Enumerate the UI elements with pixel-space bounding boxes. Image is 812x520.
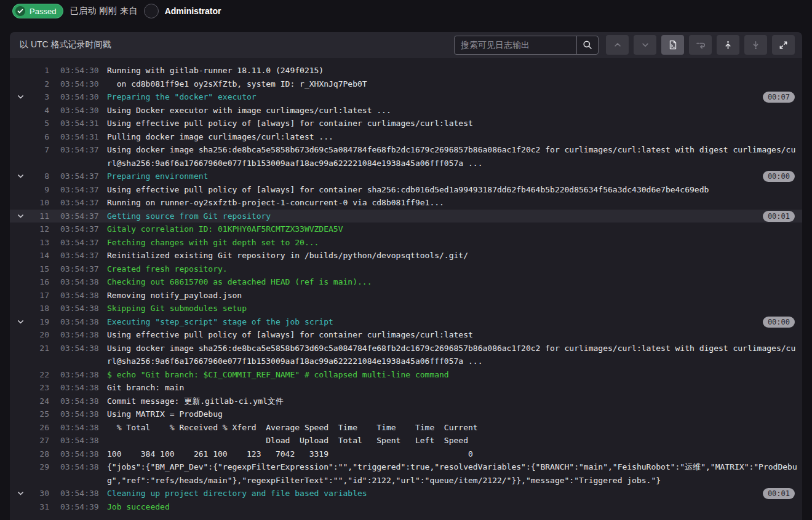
line-number-link[interactable]: 21 — [31, 342, 49, 355]
fullscreen-button[interactable] — [772, 35, 795, 55]
scroll-to-bottom-button[interactable] — [744, 35, 767, 55]
line-number-link[interactable]: 29 — [31, 460, 49, 474]
log-section-header-row[interactable]: 803:54:37Preparing environment00:00 — [10, 170, 802, 183]
log-line-text: Using effective pull policy of [always] … — [107, 183, 797, 197]
chevron-spacer — [10, 368, 31, 371]
timestamp: 03:54:38 — [60, 302, 100, 315]
log-section-header-row[interactable]: 3003:54:38Cleaning up project directory … — [10, 487, 802, 500]
log-output: 103:54:30Running with gitlab-runner 18.1… — [10, 58, 802, 520]
log-section-header-row[interactable]: 1903:54:38Executing "step_script" stage … — [10, 315, 802, 329]
line-number-link[interactable]: 28 — [31, 447, 49, 461]
timestamp: 03:54:37 — [60, 210, 100, 223]
line-number-link[interactable]: 2 — [31, 77, 49, 91]
log-section-header-row[interactable]: 303:54:30Preparing the "docker" executor… — [10, 90, 802, 104]
line-number-link[interactable]: 22 — [31, 368, 49, 382]
chevron-spacer — [10, 143, 31, 146]
avatar[interactable] — [144, 4, 159, 18]
chevron-spacer — [10, 130, 31, 133]
log-header-bar: 以 UTC 格式记录时间戳 — [10, 32, 802, 58]
log-search-input[interactable] — [455, 40, 576, 50]
log-line-text: Removing notify_payload.json — [107, 289, 797, 302]
line-number-link[interactable]: 30 — [31, 487, 49, 500]
log-line-text: Fetching changes with git depth set to 2… — [107, 236, 797, 250]
search-icon — [583, 40, 592, 50]
chevron-spacer — [10, 183, 31, 186]
chevron-spacer — [10, 342, 31, 344]
timestamp: 03:54:31 — [60, 130, 100, 144]
line-number-link[interactable]: 20 — [31, 328, 49, 342]
chevron-up-icon — [613, 41, 622, 49]
log-line: 2703:54:38 Dload Upload Total Spent Left… — [10, 434, 802, 447]
timestamp: 03:54:37 — [60, 183, 100, 197]
chevron-down-icon[interactable] — [10, 315, 31, 326]
log-section-header-row[interactable]: 1103:54:37Getting source from Git reposi… — [10, 210, 802, 223]
chevron-down-icon[interactable] — [10, 170, 31, 180]
line-number-link[interactable]: 13 — [31, 236, 49, 250]
line-number-link[interactable]: 11 — [31, 210, 49, 223]
log-line: 103:54:30Running with gitlab-runner 18.1… — [10, 64, 802, 77]
line-number-link[interactable]: 4 — [31, 104, 49, 117]
line-number-link[interactable]: 8 — [31, 170, 49, 183]
chevron-spacer — [10, 236, 31, 238]
line-number-link[interactable]: 18 — [31, 302, 49, 315]
line-number-link[interactable]: 31 — [31, 500, 49, 514]
chevron-spacer — [10, 64, 31, 66]
search-submit-button[interactable] — [576, 36, 598, 55]
line-number-link[interactable]: 25 — [31, 408, 49, 421]
line-number-link[interactable]: 24 — [31, 395, 49, 408]
scroll-to-top-button[interactable] — [717, 35, 739, 55]
line-number-link[interactable]: 15 — [31, 262, 49, 276]
chevron-spacer — [10, 302, 31, 304]
chevron-down-icon[interactable] — [10, 210, 31, 220]
line-number-link[interactable]: 19 — [31, 315, 49, 329]
log-line-text: {"jobs":{"BM_APP_Dev":{"regexpFilterExpr… — [107, 460, 797, 487]
timestamp: 03:54:38 — [60, 275, 100, 289]
chevron-spacer — [10, 395, 31, 397]
next-match-button[interactable] — [634, 35, 656, 55]
timestamp: 03:54:37 — [60, 196, 100, 210]
log-line-text: Job succeeded — [107, 500, 797, 514]
section-duration-badge: 00:01 — [763, 211, 795, 222]
user-name-link[interactable]: Administrator — [165, 6, 221, 16]
line-number-link[interactable]: 12 — [31, 223, 49, 236]
status-badge-label: Passed — [30, 7, 56, 16]
line-number-link[interactable]: 23 — [31, 381, 49, 395]
line-number-link[interactable]: 7 — [31, 143, 49, 157]
timestamp: 03:54:38 — [60, 408, 100, 421]
log-line: 2203:54:38$ echo "Git branch: $CI_COMMIT… — [10, 368, 802, 382]
chevron-spacer — [10, 408, 31, 410]
timestamp: 03:54:38 — [60, 447, 100, 461]
wrap-lines-button[interactable] — [689, 35, 712, 55]
line-number-link[interactable]: 5 — [31, 117, 49, 130]
line-number-link[interactable]: 27 — [31, 434, 49, 447]
line-number-link[interactable]: 3 — [31, 90, 49, 104]
chevron-down-icon[interactable] — [10, 487, 31, 497]
log-line-text: Reinitialized existing Git repository in… — [107, 249, 797, 262]
status-badge[interactable]: Passed — [12, 4, 63, 18]
log-line: 1203:54:37Gitaly correlation ID: 01KPHY0… — [10, 223, 802, 236]
show-raw-log-button[interactable] — [661, 35, 684, 55]
chevron-spacer — [10, 500, 31, 503]
log-line-text: Using effective pull policy of [always] … — [107, 117, 797, 130]
line-number-link[interactable]: 10 — [31, 196, 49, 210]
line-number-link[interactable]: 1 — [31, 64, 49, 77]
previous-match-button[interactable] — [606, 35, 629, 55]
raw-log-file-icon — [668, 40, 678, 50]
line-number-link[interactable]: 9 — [31, 183, 49, 197]
log-line-text: Gitaly correlation ID: 01KPHY0AF5RCMTZX3… — [107, 223, 797, 236]
line-number-link[interactable]: 17 — [31, 289, 49, 302]
log-line: 2003:54:38Using effective pull policy of… — [10, 328, 802, 342]
chevron-spacer — [10, 196, 31, 199]
line-number-link[interactable]: 16 — [31, 275, 49, 289]
wrap-lines-icon — [696, 40, 706, 50]
scroll-bottom-icon — [751, 41, 760, 50]
line-number-link[interactable]: 26 — [31, 421, 49, 435]
log-line: 1303:54:37Fetching changes with git dept… — [10, 236, 802, 250]
section-title-text: Preparing the "docker" executor — [107, 90, 797, 104]
line-number-link[interactable]: 14 — [31, 249, 49, 262]
log-line-text: Skipping Git submodules setup — [107, 302, 797, 315]
line-number-link[interactable]: 6 — [31, 130, 49, 144]
log-line: 1803:54:38Skipping Git submodules setup — [10, 302, 802, 315]
log-controls — [454, 35, 795, 55]
chevron-down-icon[interactable] — [10, 90, 31, 101]
